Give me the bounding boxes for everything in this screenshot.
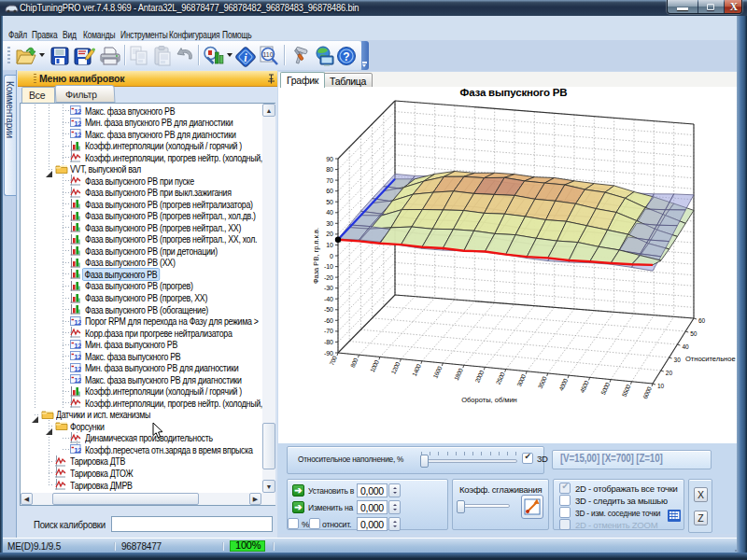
svg-text:12: 12	[74, 364, 81, 372]
svg-text:12: 12	[74, 119, 81, 127]
svg-text:30: 30	[674, 357, 682, 363]
svg-text:?: ?	[343, 50, 349, 63]
svg-text:80: 80	[326, 166, 333, 173]
svg-text:12: 12	[74, 376, 81, 385]
svg-text:-50: -50	[324, 306, 333, 313]
svg-text:20: 20	[326, 231, 333, 237]
svg-text:12: 12	[74, 131, 81, 139]
svg-text:-20: -20	[324, 274, 333, 281]
svg-text:-40: -40	[324, 296, 333, 302]
svg-text:Фаза РВ, гр.п.к.в.: Фаза РВ, гр.п.к.в.	[312, 228, 320, 284]
svg-text:40: 40	[682, 343, 689, 350]
svg-text:Обороты, об/мин: Обороты, об/мин	[461, 396, 517, 404]
svg-text:50: 50	[326, 199, 333, 205]
svg-text:10: 10	[657, 383, 665, 389]
svg-text:60: 60	[326, 188, 333, 194]
svg-text:30: 30	[326, 220, 333, 227]
svg-text:12: 12	[74, 446, 81, 455]
svg-text:Относительное н: Относительное н	[685, 355, 738, 363]
svg-text:-90: -90	[324, 350, 333, 357]
svg-text:-10: -10	[324, 263, 333, 270]
svg-text:110: 110	[262, 51, 273, 58]
svg-text:12: 12	[74, 341, 81, 349]
svg-text:50: 50	[690, 330, 698, 337]
svg-text:12: 12	[74, 317, 81, 326]
svg-text:-80: -80	[324, 339, 333, 345]
svg-text:12: 12	[74, 107, 81, 116]
svg-text:60: 60	[698, 317, 706, 324]
svg-text:12: 12	[74, 353, 81, 361]
svg-text:40: 40	[326, 209, 333, 216]
svg-text:-60: -60	[324, 317, 333, 324]
svg-text:10: 10	[326, 242, 333, 248]
svg-text:-70: -70	[324, 328, 333, 334]
svg-text:0: 0	[330, 253, 333, 259]
svg-text:-30: -30	[324, 285, 333, 291]
svg-text:90: 90	[326, 156, 333, 162]
svg-text:70: 70	[326, 177, 333, 184]
svg-text:Фаза выпускного РВ: Фаза выпускного РВ	[460, 87, 568, 98]
svg-text:20: 20	[666, 370, 673, 376]
